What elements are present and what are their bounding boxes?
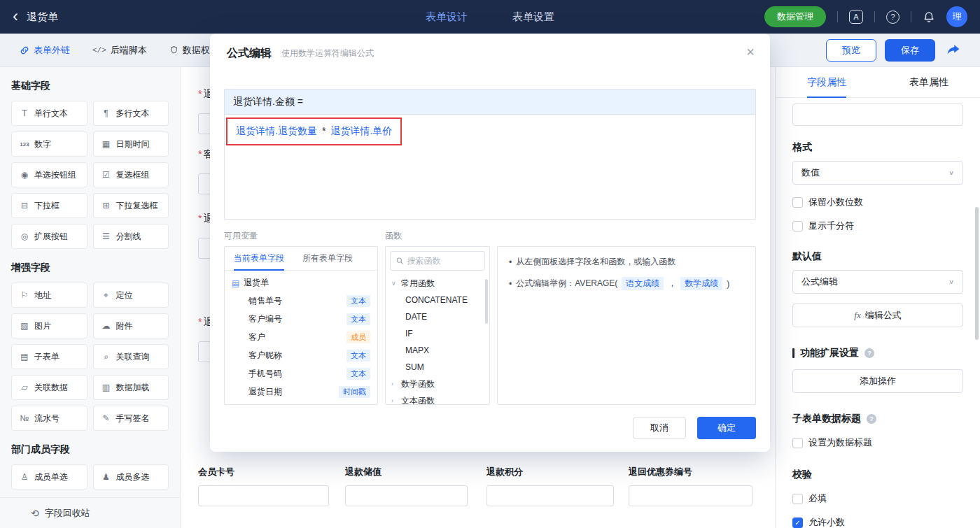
data-manage-button[interactable]: 数据管理 [764,6,826,27]
variables-tabs: 当前表单字段 所有表单字段 [225,247,377,271]
variable-customer-nickname[interactable]: 客户昵称文本 [225,346,377,364]
checkbox-icon: ☑ [101,170,112,180]
function-concatenate[interactable]: CONCATENATE [386,292,489,308]
variable-return-date[interactable]: 退货日期时间戳 [225,383,377,401]
tab-form-design[interactable]: 表单设计 [426,10,468,24]
translate-icon[interactable]: A [849,10,863,24]
toolbar-item-external-link[interactable]: 表单外链 [20,44,70,57]
tab-all-form-fields[interactable]: 所有表单字段 [293,247,362,270]
field-item-member-multi[interactable]: ♟成员多选 [93,464,169,490]
field-item-extend-button[interactable]: ◎扩展按钮 [11,224,88,249]
toolbar-items: 表单外链 </> 后端脚本 数据权 [20,44,210,57]
returned-coupon-input[interactable] [629,485,752,506]
field-item-radio-group[interactable]: ◉单选按钮组 [11,162,88,187]
checkbox-allow-decimal[interactable]: ✓ 允许小数 [792,516,963,528]
function-sum[interactable]: SUM [386,359,489,376]
field-item-divider[interactable]: ☰分割线 [93,224,169,249]
field-palette-sidebar: 基础字段 T单行文本 ¶多行文本 123数字 ▦日期时间 ◉单选按钮组 ☑复选框… [0,67,181,528]
notification-bell-icon[interactable] [923,10,935,23]
function-group-text[interactable]: › 文本函数 [386,392,489,405]
default-value-select[interactable]: 公式编辑 ∨ [792,270,963,294]
format-select[interactable]: 数值 ∨ [792,161,963,185]
panel-scrollbar[interactable] [975,207,979,340]
field-item-member-single[interactable]: ♙成员单选 [11,464,88,490]
cancel-button[interactable]: 取消 [633,417,686,439]
section-title-enhanced-fields: 增强字段 [11,262,169,274]
help-icon[interactable]: ? [886,10,899,24]
checkbox-label: 设置为数据标题 [808,436,872,449]
checkbox-set-data-title[interactable]: 设置为数据标题 [792,436,963,449]
field-item-label: 单行文本 [34,108,68,120]
close-icon[interactable]: × [746,45,755,59]
toolbar-item-backend-script[interactable]: </> 后端脚本 [92,44,147,57]
formula-input-area[interactable]: 退货详情.退货数量 * 退货详情.单价 [225,115,755,219]
checkbox-box [792,494,803,504]
field-item-label: 成员单选 [34,471,68,483]
fx-icon: fx [854,310,860,321]
function-group-common[interactable]: ∨ 常用函数 [386,275,489,292]
field-item-label: 数据加载 [116,382,150,394]
field-item-linked-data[interactable]: ▱关联数据 [11,375,88,400]
variables-tree-root[interactable]: ▤ 退货单 [225,271,377,292]
field-item-data-load[interactable]: ▥数据加载 [93,375,169,400]
refund-points-input[interactable] [486,485,614,506]
share-icon[interactable] [946,43,960,57]
field-item-image[interactable]: ▧图片 [11,313,88,338]
variable-name: 客户昵称 [248,350,282,362]
checkbox-box [792,438,803,448]
add-action-button[interactable]: 添加操作 [792,369,963,393]
field-item-single-line-text[interactable]: T单行文本 [11,101,88,126]
field-item-checkbox-group[interactable]: ☑复选框组 [93,162,169,187]
tab-form-settings[interactable]: 表单设置 [512,10,554,24]
subform-icon: ▤ [19,352,30,362]
function-date[interactable]: DATE [386,308,489,325]
variables-label: 可用变量 [224,230,385,242]
root-label: 退货单 [244,277,269,289]
field-item-location[interactable]: ⌖定位 [93,283,169,308]
function-if[interactable]: IF [386,325,489,342]
functions-scrollbar[interactable] [485,279,488,324]
tab-current-form-fields[interactable]: 当前表单字段 [225,247,293,270]
edit-formula-button[interactable]: fx 编辑公式 [792,304,963,327]
avatar[interactable]: 理 [946,6,967,27]
field-item-attachment[interactable]: ☁附件 [93,313,169,338]
save-button[interactable]: 保存 [885,39,935,62]
field-item-multi-line-text[interactable]: ¶多行文本 [93,101,169,126]
question-icon[interactable]: ? [864,348,874,358]
variable-customer[interactable]: 客户成员 [225,328,377,346]
formula-annotation-highlight: 退货详情.退货数量 * 退货详情.单价 [226,117,402,145]
member-card-input[interactable] [198,485,329,506]
function-group-math[interactable]: › 数学函数 [386,376,489,392]
checkbox-required[interactable]: 必填 [792,492,963,505]
field-item-label: 关联查询 [116,351,150,363]
field-item-address[interactable]: ⚐地址 [11,283,88,308]
variable-sales-order-no[interactable]: 销售单号文本 [225,292,377,310]
field-item-number[interactable]: 123数字 [11,131,88,157]
field-item-dropdown[interactable]: ⊟下拉框 [11,193,88,218]
tab-field-properties[interactable]: 字段属性 [776,67,878,97]
field-item-signature[interactable]: ✎手写签名 [93,406,169,431]
function-search-input[interactable] [407,256,479,266]
question-icon[interactable]: ? [867,414,876,424]
calendar-icon: ▦ [101,139,112,149]
field-item-datetime[interactable]: ▦日期时间 [93,131,169,157]
field-item-subform[interactable]: ▤子表单 [11,344,88,369]
variable-phone-number[interactable]: 手机号码文本 [225,364,377,383]
preview-button[interactable]: 预览 [826,39,876,62]
toolbar-item-data-permission[interactable]: 数据权 [169,44,210,57]
refund-stored-value-input[interactable] [345,485,468,506]
checkbox-thousand-separator[interactable]: 显示千分符 [792,220,963,232]
field-item-linked-query[interactable]: ⌕关联查询 [93,344,169,369]
field-title-input[interactable] [792,104,963,126]
tab-form-properties[interactable]: 表单属性 [878,67,980,97]
confirm-button[interactable]: 确定 [697,417,756,439]
function-mapx[interactable]: MAPX [386,342,489,359]
field-item-serial-number[interactable]: №流水号 [11,406,88,431]
field-item-dropdown-multi[interactable]: ⊞下拉复选框 [93,193,169,218]
field-recycle-bin[interactable]: ⟲ 字段回收站 [0,497,180,528]
back-icon[interactable]: ‹ [13,8,18,24]
dropdown-icon: ⊟ [19,201,30,211]
variable-customer-no[interactable]: 客户编号文本 [225,310,377,328]
checkbox-keep-decimal-places[interactable]: 保留小数位数 [792,196,963,208]
linked-query-icon: ⌕ [101,352,112,362]
